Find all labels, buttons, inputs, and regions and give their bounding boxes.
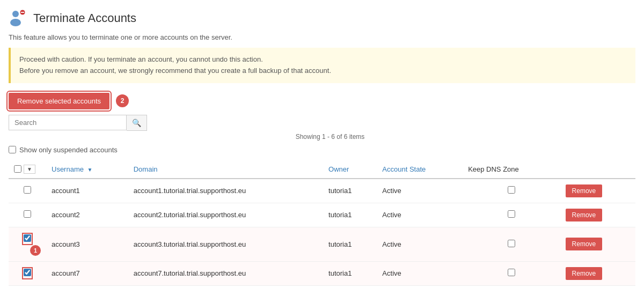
table-header-row: ▼ Username ▼ Domain Owner Account State … — [9, 160, 635, 179]
row-remove-cell: Remove — [560, 179, 635, 203]
page-title: Terminate Accounts — [33, 11, 136, 25]
row-username: account7 — [46, 261, 128, 285]
row-select-cell — [9, 179, 46, 203]
row-checkbox[interactable] — [24, 234, 31, 242]
remove-row-button[interactable]: Remove — [566, 184, 603, 197]
row-keep-dns-cell — [463, 227, 560, 261]
row-account-state: Active — [377, 261, 463, 285]
row-account-state: Active — [377, 179, 463, 203]
action-row: Remove selected accounts 2 — [9, 93, 635, 109]
page-header: Terminate Accounts — [9, 9, 635, 28]
row-checkbox[interactable] — [24, 186, 31, 194]
row-owner: tutoria1 — [323, 261, 377, 285]
keep-dns-checkbox[interactable] — [508, 186, 515, 194]
page-description: This feature allows you to terminate one… — [9, 33, 635, 41]
row-username: account2 — [46, 203, 128, 227]
remove-row-button[interactable]: Remove — [566, 209, 603, 221]
row-keep-dns-cell — [463, 261, 560, 285]
row-domain: account1.tutorial.trial.supporthost.eu — [128, 179, 323, 203]
table-row: 1account3account3.tutorial.trial.support… — [9, 227, 635, 261]
warning-line1: Proceed with caution. If you terminate a… — [19, 54, 627, 65]
th-account-state: Account State — [377, 160, 463, 179]
show-suspended-checkbox[interactable] — [9, 146, 16, 153]
search-input[interactable] — [9, 115, 127, 130]
keep-dns-checkbox[interactable] — [508, 269, 515, 276]
row-select-cell — [9, 261, 46, 285]
remove-row-button[interactable]: Remove — [566, 267, 603, 280]
show-suspended-label: Show only suspended accounts — [19, 146, 118, 154]
row-keep-dns-cell — [463, 203, 560, 227]
row-domain: account7.tutorial.trial.supporthost.eu — [128, 261, 323, 285]
search-row: 🔍 — [9, 115, 635, 131]
row-account-state: Active — [377, 203, 463, 227]
table-row: account2account2.tutorial.trial.supporth… — [9, 203, 635, 227]
select-dropdown-button[interactable]: ▼ — [24, 165, 35, 174]
select-all-checkbox[interactable] — [14, 165, 21, 173]
th-domain: Domain — [128, 160, 323, 179]
row-keep-dns-cell — [463, 179, 560, 203]
row-select-cell — [9, 203, 46, 227]
warning-line2: Before you remove an account, we strongl… — [19, 65, 627, 77]
row-username: account3 — [46, 227, 128, 261]
terminate-accounts-icon — [9, 9, 28, 28]
row-owner: tutoria1 — [323, 179, 377, 203]
table-row: account7account7.tutorial.trial.supporth… — [9, 261, 635, 285]
row-select-cell: 1 — [9, 227, 46, 261]
selection-badge: 1 — [30, 245, 41, 256]
row-remove-cell: Remove — [560, 203, 635, 227]
showing-text: Showing 1 - 6 of 6 items — [25, 133, 635, 141]
th-owner: Owner — [323, 160, 377, 179]
remove-selected-button[interactable]: Remove selected accounts — [9, 93, 109, 109]
row-remove-cell: Remove — [560, 261, 635, 285]
row-owner: tutoria1 — [323, 203, 377, 227]
row-checkbox[interactable] — [24, 269, 31, 276]
th-select: ▼ — [9, 160, 46, 179]
accounts-table: ▼ Username ▼ Domain Owner Account State … — [9, 160, 635, 286]
row-checkbox[interactable] — [24, 210, 31, 218]
keep-dns-checkbox[interactable] — [508, 210, 515, 218]
row-domain: account2.tutorial.trial.supporthost.eu — [128, 203, 323, 227]
th-keep-dns: Keep DNS Zone — [463, 160, 560, 179]
search-button[interactable]: 🔍 — [127, 115, 147, 131]
row-owner: tutoria1 — [323, 227, 377, 261]
remove-row-button[interactable]: Remove — [566, 238, 603, 250]
row-domain: account3.tutorial.trial.supporthost.eu — [128, 227, 323, 261]
th-username: Username ▼ — [46, 160, 128, 179]
row-account-state: Active — [377, 227, 463, 261]
th-actions — [560, 160, 635, 179]
remove-badge: 2 — [116, 94, 129, 107]
svg-point-0 — [12, 11, 19, 17]
show-suspended-row: Show only suspended accounts — [9, 146, 635, 154]
row-remove-cell: Remove — [560, 227, 635, 261]
keep-dns-checkbox[interactable] — [508, 240, 515, 247]
search-icon: 🔍 — [132, 119, 141, 127]
username-sort-icon: ▼ — [87, 167, 93, 173]
warning-box: Proceed with caution. If you terminate a… — [9, 48, 635, 83]
table-row: account1account1.tutorial.trial.supporth… — [9, 179, 635, 203]
row-username: account1 — [46, 179, 128, 203]
svg-point-1 — [10, 19, 21, 26]
